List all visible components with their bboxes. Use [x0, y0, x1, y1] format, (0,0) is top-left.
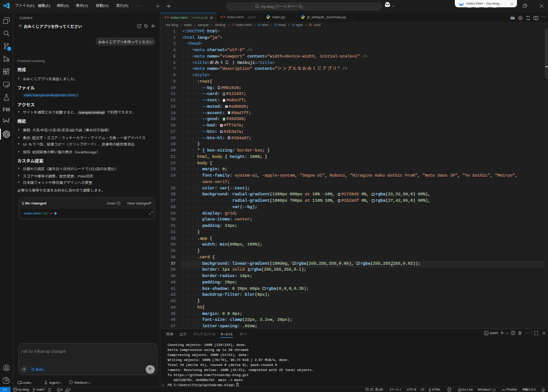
svg-text:FM: FM — [3, 106, 10, 112]
svg-text:FM: FM — [511, 16, 515, 20]
